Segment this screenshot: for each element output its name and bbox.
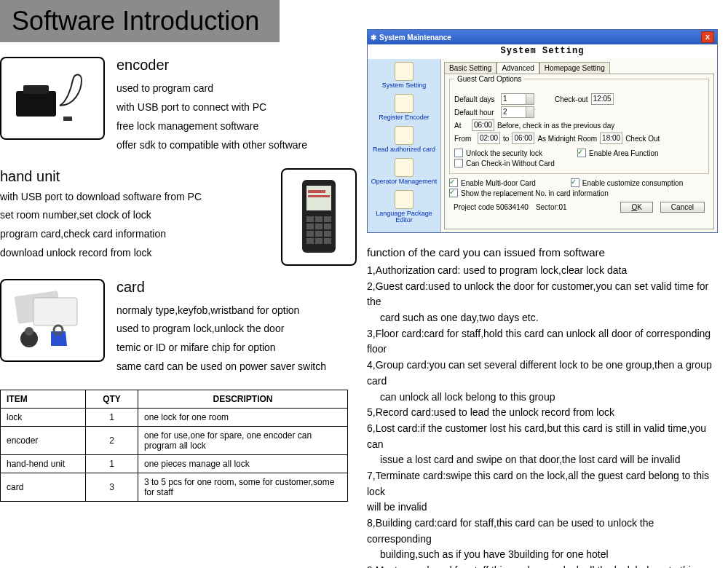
fn-line: 4,Group card:you can set several differe… bbox=[367, 358, 716, 389]
before-text: Before, check in as the previous day bbox=[497, 122, 614, 130]
midnight-label: As Midnight Room bbox=[537, 135, 597, 143]
cb-checkin-without-card[interactable] bbox=[454, 159, 463, 167]
cb-customize-consumption[interactable] bbox=[571, 178, 579, 187]
project-code-label: Project code 50634140 bbox=[454, 203, 529, 211]
svg-rect-8 bbox=[315, 216, 323, 222]
checkout2-label: Check Out bbox=[625, 135, 660, 143]
hand-unit-line: program card,check card information bbox=[0, 225, 259, 244]
svg-rect-15 bbox=[324, 231, 331, 237]
encoder-image bbox=[0, 57, 105, 140]
table-row: lock1one lock for one room bbox=[1, 409, 348, 427]
card-line: same card can be used on power saver swi… bbox=[116, 358, 326, 376]
svg-rect-5 bbox=[308, 190, 325, 193]
hand-unit-line: set room number,set clock of lock bbox=[0, 206, 259, 225]
sidebar-item-language-editor[interactable]: Language Package Editor bbox=[369, 190, 439, 225]
svg-rect-16 bbox=[306, 238, 314, 244]
dialog-titlebar: ✱ System Maintenance X bbox=[368, 30, 717, 44]
from-label: From bbox=[454, 135, 475, 143]
sidebar-item-read-card[interactable]: Read authorized card bbox=[369, 126, 439, 154]
fn-line: can unlock all lock belong to this group bbox=[367, 390, 716, 406]
table-row: hand-hend unit1one pieces manage all loc… bbox=[1, 455, 348, 473]
default-days-input[interactable]: 1 bbox=[501, 93, 534, 105]
midnight-input[interactable]: 18:00 bbox=[600, 133, 622, 144]
table-row: encoder2one for use,one for spare, one e… bbox=[1, 427, 348, 455]
card-line: temic or ID or mifare chip for option bbox=[116, 339, 326, 358]
page-title: Software Introduction bbox=[0, 0, 280, 42]
fn-line: 9,Master card:card for staff,this card c… bbox=[367, 563, 716, 568]
system-setting-dialog: ✱ System Maintenance X System Setting Sy… bbox=[367, 29, 718, 233]
dialog-title: System Maintenance bbox=[379, 33, 451, 42]
default-days-label: Default days bbox=[454, 95, 498, 103]
th-desc: DESCRIPTION bbox=[138, 390, 348, 409]
svg-rect-18 bbox=[324, 238, 331, 244]
svg-rect-12 bbox=[324, 224, 331, 229]
encoder-heading: encoder bbox=[116, 57, 307, 74]
svg-rect-11 bbox=[315, 224, 323, 229]
to-label: to bbox=[503, 135, 509, 143]
sidebar-item-operator-mgmt[interactable]: Operator Management bbox=[369, 158, 439, 186]
fn-line: 5,Record card:used to lead the unlock re… bbox=[367, 405, 716, 421]
th-item: ITEM bbox=[1, 390, 86, 409]
fieldset-guest-card: Guest Card Options bbox=[454, 75, 524, 83]
close-icon[interactable]: X bbox=[701, 31, 714, 43]
svg-rect-10 bbox=[306, 224, 314, 229]
fn-line: 2,Guest card:used to unlock the door for… bbox=[367, 279, 716, 310]
fn-line: 6,Lost card:if the customer lost his car… bbox=[367, 421, 716, 452]
fn-line: 7,Terminate card:swipe this card on the … bbox=[367, 468, 716, 500]
encoder-line: free lock management software bbox=[116, 117, 307, 136]
gear-icon: ✱ bbox=[371, 33, 376, 42]
svg-rect-2 bbox=[63, 117, 72, 121]
default-hour-input[interactable]: 2 bbox=[501, 106, 534, 118]
fn-line: card such as one day,two days etc. bbox=[367, 310, 716, 326]
svg-rect-20 bbox=[33, 298, 77, 326]
cb-unlock-security[interactable] bbox=[454, 149, 463, 157]
to-input[interactable]: 06:00 bbox=[512, 133, 534, 144]
encoder-icon bbox=[9, 69, 96, 127]
card-image bbox=[0, 279, 105, 362]
card-line: normaly type,keyfob,wristband for option bbox=[116, 301, 326, 320]
cb-show-replacement[interactable] bbox=[449, 189, 458, 197]
encoder-line: offer sdk to compatible with other softw… bbox=[116, 136, 307, 155]
cancel-button[interactable]: Cancel bbox=[660, 202, 705, 213]
table-row: card33 to 5 pcs for one room, some for c… bbox=[1, 473, 348, 502]
tab-basic-setting[interactable]: Basic Setting bbox=[444, 62, 496, 74]
svg-rect-13 bbox=[306, 231, 314, 237]
hand-unit-line: download unlock record from lock bbox=[0, 244, 259, 263]
hand-unit-line: with USB port to download software from … bbox=[0, 188, 259, 207]
cb-enable-area[interactable] bbox=[577, 149, 586, 157]
checkout-input[interactable]: 12:05 bbox=[591, 93, 614, 105]
svg-point-22 bbox=[25, 327, 33, 336]
from-input[interactable]: 02:00 bbox=[478, 133, 500, 144]
fn-line: 8,Building card:card for staff,this card… bbox=[367, 516, 716, 547]
qty-table: ITEM QTY DESCRIPTION lock1one lock for o… bbox=[0, 390, 348, 502]
svg-rect-14 bbox=[315, 231, 323, 237]
svg-rect-17 bbox=[315, 238, 323, 244]
card-line: used to program lock,unlock the door bbox=[116, 320, 326, 339]
dialog-sidebar: System Setting Register Encoder Read aut… bbox=[368, 59, 441, 232]
sidebar-item-system-setting[interactable]: System Setting bbox=[369, 62, 439, 90]
card-icon bbox=[9, 288, 96, 353]
svg-rect-1 bbox=[23, 85, 49, 94]
tab-advanced[interactable]: Advanced bbox=[496, 62, 539, 74]
checkout-label: Check-out bbox=[555, 95, 588, 103]
sidebar-item-register-encoder[interactable]: Register Encoder bbox=[369, 94, 439, 122]
svg-rect-0 bbox=[16, 91, 56, 117]
at-label: At bbox=[454, 122, 469, 130]
at-input[interactable]: 06:00 bbox=[472, 119, 494, 131]
encoder-line: used to program card bbox=[116, 79, 307, 98]
fn-line: 3,Floor card:card for staff,hold this ca… bbox=[367, 326, 716, 358]
svg-rect-7 bbox=[306, 216, 314, 222]
fn-line: will be invalid bbox=[367, 500, 716, 516]
functions-heading: function of the card you can issued from… bbox=[367, 246, 716, 259]
ok-button[interactable]: OK bbox=[620, 202, 652, 213]
svg-rect-9 bbox=[324, 216, 331, 222]
card-heading: card bbox=[116, 279, 326, 296]
fn-line: issue a lost card and swipe on that door… bbox=[367, 452, 716, 468]
hand-unit-icon bbox=[293, 177, 344, 257]
tab-homepage-setting[interactable]: Homepage Setting bbox=[539, 62, 610, 74]
encoder-line: with USB port to connect with PC bbox=[116, 98, 307, 117]
dialog-heading: System Setting bbox=[368, 44, 717, 59]
cb-multidoor[interactable] bbox=[449, 178, 458, 187]
svg-rect-6 bbox=[308, 195, 330, 197]
hand-unit-heading: hand unit bbox=[0, 168, 259, 185]
